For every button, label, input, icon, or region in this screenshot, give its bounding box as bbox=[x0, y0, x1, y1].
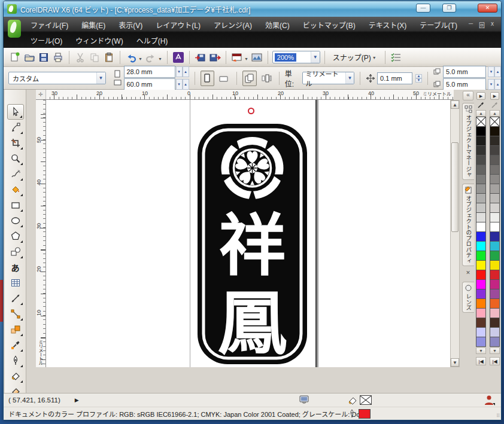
color-swatch[interactable] bbox=[490, 222, 500, 232]
palette-eyedropper-icon[interactable] bbox=[478, 101, 484, 109]
color-swatch[interactable] bbox=[490, 145, 500, 155]
nudge-spinner[interactable]: ▲▼ bbox=[415, 72, 422, 84]
cut-icon[interactable] bbox=[74, 51, 87, 64]
units-combo[interactable]: ミリメートル ▼ bbox=[302, 72, 355, 84]
kanji-bottom[interactable]: 鳳 bbox=[218, 283, 287, 364]
doc-minimize-button[interactable]: ─ bbox=[469, 20, 474, 29]
duplicate-x-field[interactable]: 5.0 mm bbox=[443, 66, 486, 78]
outline-pen-tool[interactable] bbox=[7, 353, 24, 368]
color-swatch[interactable] bbox=[490, 318, 500, 328]
color-swatch[interactable] bbox=[476, 203, 486, 213]
color-swatch[interactable] bbox=[476, 174, 486, 184]
red-circle-mark[interactable] bbox=[248, 108, 254, 114]
menu-layout[interactable]: レイアウト(L) bbox=[149, 18, 207, 32]
palette-scroll-down[interactable]: ▼ bbox=[490, 347, 500, 354]
menu-view[interactable]: 表示(V) bbox=[112, 18, 149, 32]
vertical-scrollbar[interactable]: ▲ ▼ bbox=[450, 100, 460, 367]
color-swatch[interactable] bbox=[490, 241, 500, 251]
pick-tool[interactable] bbox=[7, 104, 24, 120]
color-swatch[interactable] bbox=[476, 327, 486, 337]
redo-dropdown-arrow[interactable]: ▼ bbox=[158, 57, 162, 61]
preset-dropdown-arrow[interactable]: ▼ bbox=[96, 72, 105, 84]
color-swatch[interactable] bbox=[476, 298, 486, 309]
undo-icon[interactable] bbox=[125, 51, 138, 64]
color-swatch[interactable] bbox=[476, 318, 486, 328]
vertical-scroll-thumb[interactable] bbox=[451, 142, 459, 232]
blend-tool[interactable] bbox=[7, 322, 24, 337]
zoom-tool[interactable] bbox=[7, 151, 24, 166]
color-settings-icon[interactable] bbox=[299, 395, 309, 405]
smart-fill-tool[interactable] bbox=[7, 182, 24, 197]
copy-icon[interactable] bbox=[88, 51, 101, 64]
new-document-icon[interactable] bbox=[8, 51, 22, 64]
senjafuda-artwork[interactable]: 祥 鳳 bbox=[198, 124, 307, 364]
color-swatch[interactable] bbox=[476, 260, 486, 270]
color-swatch[interactable] bbox=[476, 241, 486, 251]
export-icon[interactable] bbox=[208, 51, 221, 64]
color-swatch[interactable] bbox=[490, 203, 500, 213]
paper-height-field[interactable]: 60.0 mm bbox=[124, 78, 175, 90]
color-swatch[interactable] bbox=[476, 193, 486, 203]
portrait-button[interactable] bbox=[201, 71, 215, 86]
table-tool[interactable] bbox=[7, 275, 24, 291]
application-launcher-icon[interactable] bbox=[230, 51, 244, 64]
launcher-dropdown-arrow[interactable]: ▼ bbox=[244, 57, 248, 61]
color-swatch[interactable] bbox=[476, 222, 486, 232]
maximize-button[interactable]: ❐ bbox=[442, 4, 456, 13]
color-swatch[interactable] bbox=[476, 136, 486, 146]
color-swatch[interactable] bbox=[490, 231, 500, 242]
scroll-down-button[interactable]: ▼ bbox=[451, 358, 459, 367]
import-icon[interactable] bbox=[194, 51, 207, 64]
save-icon[interactable] bbox=[37, 51, 50, 64]
palette-scroll-down[interactable]: ▼ bbox=[476, 347, 486, 354]
menu-window[interactable]: ウィンドウ(W) bbox=[69, 33, 129, 47]
color-swatch[interactable] bbox=[476, 270, 486, 280]
menu-file[interactable]: ファイル(F) bbox=[24, 18, 75, 32]
shape-tool[interactable] bbox=[7, 120, 24, 135]
paper-width-field[interactable]: 28.0 mm bbox=[124, 66, 175, 78]
color-swatch[interactable] bbox=[490, 289, 500, 299]
polygon-tool[interactable] bbox=[7, 228, 24, 244]
color-swatch[interactable] bbox=[490, 126, 500, 136]
zoom-level-combo[interactable]: 200% ▼ bbox=[272, 51, 320, 63]
color-eyedropper-tool[interactable] bbox=[7, 337, 24, 353]
color-swatch[interactable] bbox=[476, 289, 486, 299]
freehand-tool[interactable] bbox=[7, 166, 24, 182]
parallel-dimension-tool[interactable] bbox=[7, 291, 24, 306]
duplicate-y-field[interactable]: 5.0 mm bbox=[443, 78, 486, 90]
ruler-origin[interactable]: ✛ bbox=[36, 90, 46, 100]
duplicate-x-spinner[interactable]: ▼▲ bbox=[488, 66, 501, 77]
crop-tool[interactable] bbox=[7, 135, 24, 151]
undo-dropdown-arrow[interactable]: ▼ bbox=[138, 57, 142, 61]
welcome-screen-icon[interactable] bbox=[250, 51, 263, 64]
straight-line-connector-tool[interactable] bbox=[7, 306, 24, 322]
color-swatch[interactable] bbox=[490, 117, 500, 127]
palette-flyout-button[interactable]: ▶ bbox=[476, 92, 485, 100]
palette-expand-button[interactable]: |◀ bbox=[490, 357, 500, 365]
color-swatch[interactable] bbox=[490, 212, 500, 222]
options-icon[interactable] bbox=[390, 51, 403, 64]
all-pages-button[interactable] bbox=[242, 71, 257, 86]
text-tool[interactable]: あ bbox=[7, 260, 24, 275]
kanji-top[interactable]: 祥 bbox=[219, 207, 286, 285]
print-icon[interactable] bbox=[51, 51, 65, 64]
palette-eyedropper-icon[interactable] bbox=[491, 101, 498, 109]
resize-grip[interactable]: ⠿ bbox=[496, 413, 500, 419]
redo-icon[interactable] bbox=[144, 51, 157, 64]
horizontal-ruler[interactable]: ミリメートル 30201001020304050 bbox=[36, 90, 454, 100]
paper-height-spinner[interactable]: ▼▲ bbox=[176, 79, 189, 90]
menu-effects[interactable]: 効果(C) bbox=[259, 18, 296, 32]
color-swatch[interactable] bbox=[476, 184, 486, 194]
color-swatch[interactable] bbox=[490, 308, 500, 318]
color-swatch[interactable] bbox=[490, 327, 500, 337]
snap-dropdown[interactable]: スナップ(P) ▼ bbox=[329, 51, 381, 63]
color-swatch[interactable] bbox=[490, 337, 500, 347]
docker-collapse-button[interactable]: « bbox=[463, 91, 473, 100]
title-bar[interactable]: CorelDRAW X6 (64 ビット) - [C:¥process_data… bbox=[4, 1, 501, 17]
color-swatch[interactable] bbox=[476, 337, 486, 347]
menu-bitmaps[interactable]: ビットマップ(B) bbox=[296, 18, 362, 32]
units-dropdown-arrow[interactable]: ▼ bbox=[345, 72, 354, 84]
tab-object-properties[interactable]: オブジェクトのプロパティ bbox=[462, 184, 474, 266]
color-swatch[interactable] bbox=[490, 193, 500, 203]
palette-scroll-up[interactable]: ▲ bbox=[490, 110, 500, 117]
